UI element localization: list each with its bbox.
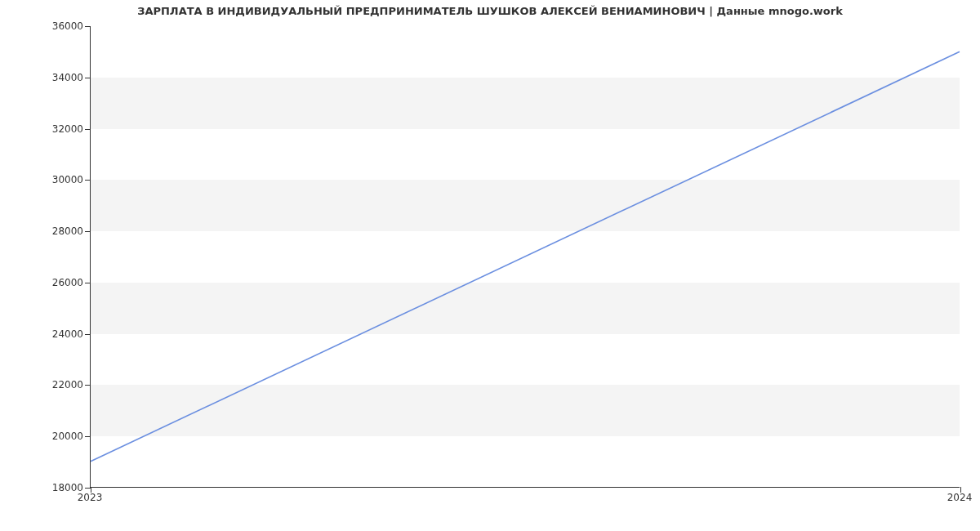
- y-tick: [85, 129, 91, 130]
- series-line: [91, 51, 960, 461]
- y-tick: [85, 436, 91, 437]
- y-tick-label: 32000: [10, 123, 83, 135]
- y-tick-label: 36000: [10, 20, 83, 32]
- y-tick-label: 28000: [10, 225, 83, 237]
- y-tick: [85, 78, 91, 78]
- y-tick: [85, 488, 91, 489]
- y-tick-label: 34000: [10, 72, 83, 83]
- y-tick: [85, 334, 91, 335]
- x-tick-label: 2024: [947, 492, 973, 503]
- plot-area: [90, 26, 960, 488]
- x-tick-label: 2023: [78, 492, 103, 503]
- y-tick-label: 20000: [10, 431, 83, 442]
- chart-title: ЗАРПЛАТА В ИНДИВИДУАЛЬНЫЙ ПРЕДПРИНИМАТЕЛ…: [0, 5, 980, 17]
- y-tick-label: 22000: [10, 379, 83, 390]
- y-tick-label: 26000: [10, 277, 83, 288]
- y-tick: [85, 180, 91, 181]
- line-chart: ЗАРПЛАТА В ИНДИВИДУАЛЬНЫЙ ПРЕДПРИНИМАТЕЛ…: [0, 0, 980, 531]
- line-layer: [91, 26, 960, 487]
- y-tick-label: 18000: [10, 482, 83, 493]
- y-tick: [85, 231, 91, 232]
- y-tick: [85, 385, 91, 386]
- y-tick: [85, 26, 91, 27]
- y-tick: [85, 283, 91, 283]
- y-tick-label: 24000: [10, 328, 83, 340]
- y-tick-label: 30000: [10, 174, 83, 185]
